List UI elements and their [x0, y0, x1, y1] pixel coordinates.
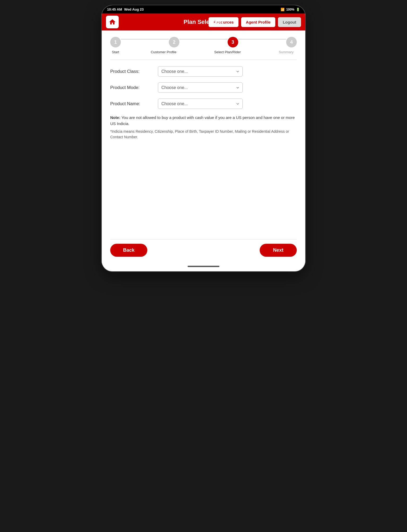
- wifi-icon: 📶: [281, 8, 285, 11]
- product-class-select[interactable]: Choose one...: [158, 66, 243, 77]
- connector-3-4: [238, 39, 286, 39]
- step-1: 1: [110, 37, 121, 47]
- step-label-1: Start: [112, 50, 119, 54]
- step-2: 2: [169, 37, 179, 47]
- form-section: Product Class: Choose one... Product Mod…: [110, 66, 297, 235]
- product-class-label: Product Class:: [110, 69, 158, 74]
- product-name-label: Product Name:: [110, 101, 158, 107]
- product-mode-row: Product Mode: Choose one...: [110, 82, 297, 93]
- product-mode-select[interactable]: Choose one...: [158, 82, 243, 93]
- home-icon: [109, 18, 116, 26]
- step-label-2: Customer Profile: [151, 50, 176, 54]
- next-button[interactable]: Next: [260, 244, 297, 257]
- product-class-row: Product Class: Choose one...: [110, 66, 297, 77]
- note-bold: Note:: [110, 115, 120, 120]
- step-label-4: Summary: [279, 50, 294, 54]
- battery-icon: 🔋: [296, 8, 300, 11]
- stepper: 1 2 3: [110, 37, 297, 59]
- home-button[interactable]: [106, 16, 119, 28]
- step-4: 4: [286, 37, 297, 47]
- agent-profile-button[interactable]: Agent Profile: [241, 17, 275, 27]
- note-section: Note: You are not allowed to buy a produ…: [110, 115, 297, 140]
- action-row: Back Next: [110, 244, 297, 257]
- product-mode-label: Product Mode:: [110, 85, 158, 90]
- main-content: 1 2 3: [102, 30, 305, 263]
- note-indicia: *Indicia means Residency, Citizenship, P…: [110, 129, 297, 140]
- indicia-text: *Indicia means Residency, Citizenship, P…: [110, 129, 289, 139]
- step-circle-4: 4: [286, 37, 297, 47]
- battery-percent: 100%: [286, 8, 294, 11]
- back-button[interactable]: Back: [110, 244, 147, 257]
- step-circle-2: 2: [169, 37, 179, 47]
- step-3: 3: [228, 37, 238, 47]
- connector-2-3: [179, 39, 227, 39]
- divider-bottom: [110, 239, 297, 240]
- product-name-row: Product Name: Choose one...: [110, 99, 297, 109]
- step-circle-1: 1: [110, 37, 121, 47]
- step-circle-3: 3: [228, 37, 238, 47]
- product-name-select[interactable]: Choose one...: [158, 99, 243, 109]
- app-content: Plan Selection Resources Agent Profile L…: [102, 14, 305, 271]
- page-title: Plan Selection: [184, 19, 223, 25]
- divider-top: [110, 60, 297, 60]
- note-text: Note: You are not allowed to buy a produ…: [110, 115, 297, 127]
- navbar: Plan Selection Resources Agent Profile L…: [102, 14, 305, 30]
- logout-button[interactable]: Logout: [278, 17, 301, 27]
- home-indicator: [188, 266, 219, 267]
- note-body: You are not allowed to buy a product wit…: [110, 115, 295, 126]
- date-display: Wed Aug 23: [124, 7, 144, 11]
- step-label-3: Select Plan/Rider: [214, 50, 241, 54]
- time-display: 10:45 AM: [107, 7, 122, 11]
- bottom-bar: [102, 263, 305, 271]
- connector-1-2: [121, 39, 169, 39]
- status-bar: 10:45 AM Wed Aug 23 📶 100% 🔋: [102, 5, 305, 14]
